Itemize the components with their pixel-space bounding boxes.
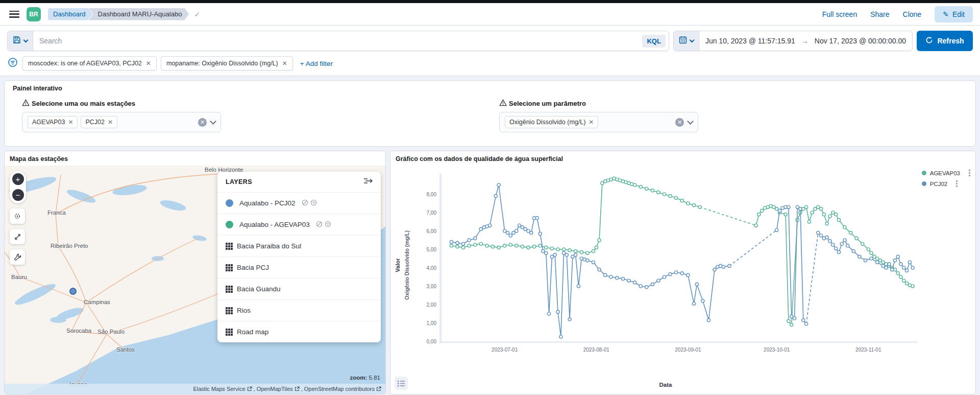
edit-button[interactable]: ✎ Edit (935, 6, 973, 22)
station-control-group: Selecione uma ou mais estações AGEVAP03✕… (13, 99, 490, 132)
no-time-filter-icon (302, 199, 308, 207)
data-point (784, 213, 787, 216)
date-quick-select-button[interactable] (674, 31, 699, 51)
data-point (474, 243, 477, 246)
data-point (876, 257, 879, 260)
data-point (876, 261, 879, 264)
data-point (840, 242, 843, 245)
map-label-santos: Santos (116, 346, 135, 353)
layer-circle-icon (226, 221, 233, 228)
add-filter-link[interactable]: + Add filter (300, 60, 333, 67)
data-point (911, 266, 914, 269)
data-point (811, 211, 814, 214)
data-point (891, 268, 894, 271)
data-point (778, 209, 781, 212)
grid-layer-icon (226, 307, 228, 309)
expand-button[interactable] (10, 229, 25, 244)
legend-toggle-button[interactable] (395, 377, 408, 390)
close-icon[interactable]: ✕ (589, 119, 594, 126)
data-point (911, 285, 914, 288)
close-icon[interactable]: ✕ (282, 60, 287, 67)
data-point (479, 227, 482, 230)
station-tag-agevap03[interactable]: AGEVAP03✕ (28, 116, 78, 128)
close-icon[interactable]: ✕ (68, 119, 73, 126)
layer-item-bacia-pcj[interactable]: Bacia PCJ (217, 257, 381, 278)
data-point (474, 237, 477, 240)
parameter-combobox[interactable]: Oxigênio Dissolvido (mg/L)✕ ✕ (499, 112, 698, 132)
layer-item-aqualabo-agevap03[interactable]: Aqualabo - AGEVAP03 (217, 214, 381, 235)
external-link-icon (247, 386, 252, 391)
x-axis-line (439, 341, 918, 343)
layer-item-bacia-paraiba[interactable]: Bacia Paraiba do Sul (217, 235, 381, 257)
data-point (548, 312, 551, 315)
chevron-down-icon[interactable] (210, 118, 216, 125)
clone-link[interactable]: Clone (903, 10, 922, 18)
menu-icon[interactable] (9, 11, 19, 18)
layer-item-rios[interactable]: Rios (217, 299, 381, 321)
layer-item-bacia-guandu[interactable]: Bacia Guandu (217, 278, 381, 299)
attribution-link-osm[interactable]: OpenStreetMap contributors (304, 386, 375, 392)
parameter-tag-oxigenio[interactable]: Oxigênio Dissolvido (mg/L)✕ (505, 116, 598, 128)
y-tick-label: 4,00 (427, 265, 437, 271)
data-point (905, 269, 909, 272)
avatar[interactable]: BR (27, 7, 41, 21)
data-point (687, 202, 690, 205)
attribution-link-ems[interactable]: Elastic Maps Service (193, 386, 245, 392)
breadcrumb-dashboard[interactable]: Dashboard (48, 8, 93, 20)
layer-item-road-map[interactable]: Road map (217, 321, 381, 342)
zoom-out-button[interactable]: − (12, 189, 24, 201)
date-from[interactable]: Jun 10, 2023 @ 11:57:15.91 (699, 37, 801, 45)
locate-button[interactable] (10, 208, 25, 224)
map-canvas[interactable]: Belo Horizonte Franca Ribeirão Preto Bau… (5, 166, 385, 394)
data-point (864, 259, 867, 262)
grid-layer-icon (226, 329, 228, 331)
data-point (722, 265, 725, 268)
y-tick-label: 7,00 (427, 210, 437, 216)
grid-layer-icon (226, 264, 228, 266)
data-point (820, 234, 823, 237)
clear-selection-button[interactable]: ✕ (198, 118, 207, 127)
line-chart[interactable]: 0,001,002,003,004,005,006,007,008,002023… (413, 169, 918, 374)
data-point (831, 211, 835, 214)
data-point (669, 273, 672, 276)
data-point (468, 239, 471, 242)
data-point (902, 279, 905, 282)
close-icon[interactable]: ✕ (146, 60, 151, 67)
attribution-link-openmaptiles[interactable]: OpenMapTiles (257, 386, 293, 392)
data-point (790, 323, 793, 327)
date-to[interactable]: Nov 17, 2023 @ 00:00:00.00 (808, 37, 912, 45)
drag-handle-icon[interactable] (956, 180, 958, 187)
data-point (825, 236, 828, 239)
layer-item-aqualabo-pcj02[interactable]: Aqualabo - PCJ02 (217, 192, 381, 214)
legend-item-pcj02[interactable]: PCJ02 (922, 180, 970, 187)
close-icon[interactable]: ✕ (108, 119, 113, 126)
data-point (556, 310, 559, 313)
data-point (521, 245, 524, 248)
kql-button[interactable]: KQL (642, 35, 665, 48)
search-input[interactable] (33, 37, 642, 45)
filter-pill-mopaname[interactable]: mopaname: Oxigênio Dissolvido (mg/L)✕ (161, 56, 293, 71)
share-link[interactable]: Share (870, 10, 889, 18)
zoom-in-button[interactable]: + (12, 173, 24, 185)
station-tag-pcj02[interactable]: PCJ02✕ (81, 116, 117, 128)
data-point (905, 282, 909, 285)
clear-selection-button[interactable]: ✕ (675, 118, 684, 127)
station-combobox[interactable]: AGEVAP03✕ PCJ02✕ ✕ (22, 112, 221, 132)
breadcrumb-current[interactable]: Dashboard MARU-Aqualabo (89, 8, 189, 20)
drag-handle-icon[interactable] (969, 170, 970, 176)
filter-pill-moscodex[interactable]: moscodex: is one of AGEVAP03, PCJ02✕ (22, 56, 157, 71)
parameter-select-label: Selecione um parâmetro (509, 100, 586, 107)
y-tick-label: 0,00 (427, 339, 437, 344)
grid-layer-icon (226, 286, 228, 288)
map-tools-icon[interactable] (10, 249, 25, 265)
refresh-button[interactable]: Refresh (917, 31, 973, 51)
chevron-down-icon[interactable] (687, 118, 694, 125)
saved-query-button[interactable] (8, 31, 33, 51)
filter-options-icon[interactable] (7, 57, 18, 70)
legend-item-agevap03[interactable]: AGEVAP03 (922, 170, 970, 176)
collapse-layers-icon[interactable] (363, 177, 374, 187)
full-screen-link[interactable]: Full screen (822, 10, 857, 18)
data-point (870, 251, 873, 254)
station-marker-pcj02[interactable] (69, 288, 77, 295)
data-point (775, 228, 778, 231)
